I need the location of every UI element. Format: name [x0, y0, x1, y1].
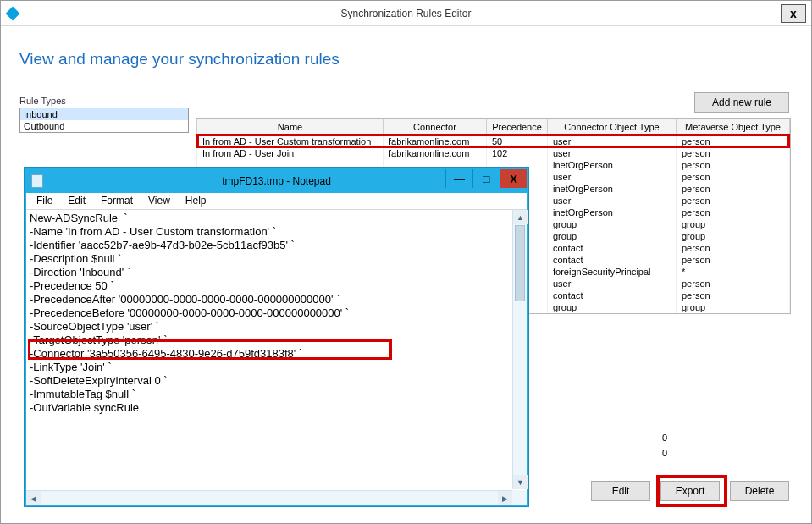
- vertical-scrollbar[interactable]: ▲ ▼: [512, 210, 527, 489]
- table-cell: *: [677, 266, 790, 278]
- table-cell: user: [548, 195, 677, 207]
- window-title: Synchronization Rules Editor: [1, 8, 811, 19]
- notepad-line: -SoftDeleteExpiryInterval 0 `: [30, 374, 523, 388]
- menu-edit[interactable]: Edit: [61, 195, 92, 207]
- notepad-line: -TargetObjectType 'person' `: [30, 334, 523, 347]
- table-cell: 50: [487, 135, 548, 148]
- notepad-text-area[interactable]: New-ADSyncRule `-Name 'In from AD - User…: [26, 210, 527, 489]
- menu-view[interactable]: View: [141, 195, 177, 207]
- table-cell: contact: [548, 290, 677, 301]
- notepad-line: -PrecedenceAfter '00000000-0000-0000-000…: [30, 293, 523, 306]
- notepad-line: -Precedence 50 `: [30, 279, 523, 293]
- minimize-button[interactable]: —: [445, 169, 472, 188]
- count-a: 0: [662, 433, 684, 443]
- table-cell: user: [548, 135, 677, 148]
- table-cell: person: [677, 207, 790, 218]
- scroll-down-icon[interactable]: ▼: [513, 475, 528, 489]
- notepad-close-button[interactable]: X: [500, 169, 527, 188]
- table-cell: 102: [487, 147, 548, 159]
- table-cell: inetOrgPerson: [548, 207, 677, 218]
- maximize-button[interactable]: □: [472, 169, 500, 188]
- table-cell: fabrikamonline.com: [384, 147, 487, 159]
- table-cell: person: [677, 135, 790, 148]
- table-cell: foreignSecurityPrincipal: [548, 266, 677, 278]
- rule-types-list[interactable]: Inbound Outbound: [19, 108, 189, 133]
- scroll-right-icon[interactable]: ▶: [498, 491, 512, 505]
- table-cell: person: [677, 290, 790, 301]
- bottom-buttons: Edit Export Delete: [591, 481, 789, 501]
- table-cell: group: [548, 301, 677, 313]
- table-cell: group: [548, 230, 677, 242]
- table-cell: person: [677, 278, 790, 290]
- notepad-line: -ImmutableTag $null `: [30, 388, 523, 401]
- notepad-line: -LinkType 'Join' `: [30, 361, 523, 374]
- rule-type-inbound[interactable]: Inbound: [20, 108, 188, 120]
- table-cell: In from AD - User Custom transformation: [197, 135, 384, 148]
- table-row[interactable]: In from AD - User Joinfabrikamonline.com…: [197, 147, 790, 159]
- col-connector-object-type[interactable]: Connector Object Type: [548, 119, 677, 135]
- table-cell: fabrikamonline.com: [384, 135, 487, 148]
- rule-types-label: Rule Types: [19, 96, 793, 106]
- scroll-up-icon[interactable]: ▲: [513, 210, 528, 224]
- table-cell: person: [677, 242, 790, 254]
- notepad-line: -SourceObjectType 'user' `: [30, 320, 523, 334]
- notepad-menubar[interactable]: File Edit Format View Help: [26, 193, 527, 210]
- notepad-titlebar[interactable]: tmpFD13.tmp - Notepad — □ X: [26, 169, 527, 193]
- table-cell: user: [548, 171, 677, 183]
- table-cell: user: [548, 147, 677, 159]
- notepad-line: -PrecedenceBefore '00000000-0000-0000-00…: [30, 306, 523, 320]
- page-heading: View and manage your synchronization rul…: [19, 50, 793, 69]
- table-cell: person: [677, 183, 790, 195]
- table-cell: contact: [548, 254, 677, 266]
- notepad-line: -Direction 'Inbound' `: [30, 266, 523, 279]
- table-cell: person: [677, 195, 790, 207]
- export-button[interactable]: Export: [660, 481, 720, 501]
- table-cell: contact: [548, 242, 677, 254]
- notepad-line: New-ADSyncRule `: [30, 212, 523, 225]
- col-name[interactable]: Name: [197, 119, 384, 135]
- close-button[interactable]: x: [781, 4, 806, 23]
- count-b: 0: [662, 448, 684, 458]
- col-metaverse-object-type[interactable]: Metaverse Object Type: [677, 119, 790, 135]
- delete-button[interactable]: Delete: [730, 481, 789, 501]
- scroll-left-icon[interactable]: ◀: [26, 491, 41, 505]
- col-connector[interactable]: Connector: [384, 119, 487, 135]
- horizontal-scrollbar[interactable]: ◀ ▶: [26, 490, 512, 505]
- notepad-line: -Description $null `: [30, 252, 523, 266]
- table-cell: group: [677, 218, 790, 230]
- scroll-thumb[interactable]: [515, 225, 525, 301]
- table-cell: person: [677, 171, 790, 183]
- table-cell: person: [677, 147, 790, 159]
- notepad-window[interactable]: tmpFD13.tmp - Notepad — □ X File Edit Fo…: [25, 168, 528, 506]
- counts: 0 0: [662, 433, 684, 463]
- table-cell: inetOrgPerson: [548, 183, 677, 195]
- table-cell: group: [677, 230, 790, 242]
- menu-file[interactable]: File: [30, 195, 59, 207]
- menu-format[interactable]: Format: [94, 195, 140, 207]
- edit-button[interactable]: Edit: [591, 481, 650, 501]
- col-precedence[interactable]: Precedence: [487, 119, 548, 135]
- table-cell: group: [548, 218, 677, 230]
- notepad-line: -Name 'In from AD - User Custom transfor…: [30, 225, 523, 239]
- notepad-line: -Connector '3a550356-6495-4830-9e26-d759…: [30, 347, 523, 361]
- table-cell: In from AD - User Join: [197, 147, 384, 159]
- window-titlebar: Synchronization Rules Editor x: [1, 1, 811, 26]
- table-cell: group: [677, 301, 790, 313]
- notepad-line: -OutVariable syncRule: [30, 401, 523, 415]
- add-new-rule-button[interactable]: Add new rule: [694, 92, 789, 113]
- table-cell: user: [548, 278, 677, 290]
- table-cell: inetOrgPerson: [548, 159, 677, 171]
- table-cell: person: [677, 254, 790, 266]
- scrollbar-corner: [512, 490, 527, 505]
- table-cell: person: [677, 159, 790, 171]
- rule-type-outbound[interactable]: Outbound: [20, 120, 188, 132]
- table-row[interactable]: In from AD - User Custom transformationf…: [197, 135, 790, 148]
- menu-help[interactable]: Help: [179, 195, 213, 207]
- notepad-line: -Identifier 'aacc52b7-ae9b-47d3-b02e-5cb…: [30, 239, 523, 252]
